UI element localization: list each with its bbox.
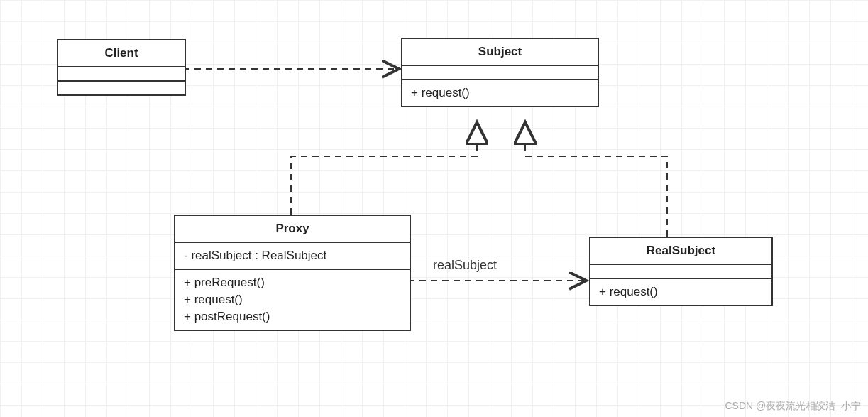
watermark: CSDN @夜夜流光相皎洁_小宁 bbox=[725, 400, 861, 413]
class-realsubject-attrs bbox=[590, 265, 771, 279]
class-subject-ops: + request() bbox=[402, 80, 598, 106]
op-subject-request: + request() bbox=[411, 85, 589, 102]
class-realsubject-title: RealSubject bbox=[590, 238, 771, 265]
class-client-title: Client bbox=[58, 40, 185, 67]
diagram-canvas: RealSubject (association/dependency with… bbox=[0, 0, 868, 417]
class-proxy-ops: + preRequest() + request() + postRequest… bbox=[175, 270, 410, 330]
op-realsubject-request: + request() bbox=[599, 283, 763, 300]
assoc-label-realsubject: realSubject bbox=[433, 258, 497, 273]
class-client-attrs bbox=[58, 67, 185, 82]
op-proxy-request: + request() bbox=[184, 291, 401, 308]
class-subject: Subject + request() bbox=[401, 38, 599, 107]
attr-proxy-realsubject: - realSubject : RealSubject bbox=[184, 247, 401, 264]
edge-proxy-subject bbox=[291, 122, 477, 215]
class-proxy: Proxy - realSubject : RealSubject + preR… bbox=[174, 215, 411, 331]
class-client: Client bbox=[57, 39, 186, 96]
edge-realsubject-subject bbox=[525, 122, 667, 237]
class-client-ops bbox=[58, 82, 185, 94]
class-realsubject: RealSubject + request() bbox=[589, 237, 773, 306]
op-proxy-prerequest: + preRequest() bbox=[184, 274, 401, 291]
class-subject-title: Subject bbox=[402, 39, 598, 66]
class-realsubject-ops: + request() bbox=[590, 279, 771, 305]
op-proxy-postrequest: + postRequest() bbox=[184, 308, 401, 325]
class-proxy-title: Proxy bbox=[175, 216, 410, 243]
class-subject-attrs bbox=[402, 66, 598, 80]
class-proxy-attrs: - realSubject : RealSubject bbox=[175, 243, 410, 270]
